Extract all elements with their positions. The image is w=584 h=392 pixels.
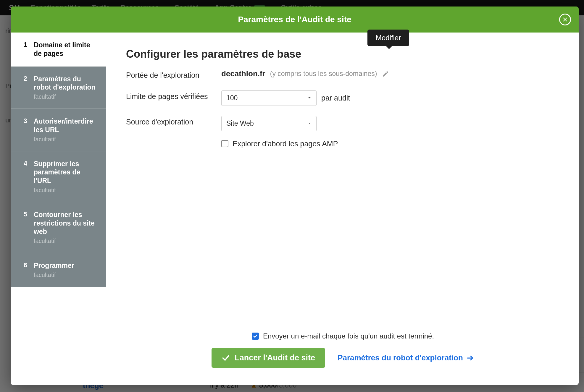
edit-scope-button[interactable] xyxy=(382,70,389,77)
step-schedule[interactable]: 6 Programmer facultatif xyxy=(11,253,106,287)
edit-tooltip: Modifier xyxy=(367,30,409,46)
limit-label: Limite de pages vérifiées xyxy=(126,90,221,102)
domain-value: decathlon.fr xyxy=(221,69,265,78)
scope-label: Portée de l'exploration xyxy=(126,69,221,80)
modal-content: Configurer les paramètres de base Modifi… xyxy=(106,33,579,385)
amp-first-row: Explorer d'abord les pages AMP xyxy=(221,140,338,148)
page-limit-select[interactable]: 100 xyxy=(221,90,317,106)
start-audit-button[interactable]: Lancer l'Audit de site xyxy=(212,348,325,368)
scope-note: (y compris tous les sous-domaines) xyxy=(270,70,377,78)
row-crawl-source: Source d'exploration Site Web Explorer d… xyxy=(126,116,560,148)
row-crawl-scope: Portée de l'exploration decathlon.fr (y … xyxy=(126,69,560,80)
modal-footer: Envoyer un e-mail chaque fois qu'un audi… xyxy=(126,332,560,376)
content-heading: Configurer les paramètres de base xyxy=(126,48,560,60)
crawl-source-select[interactable]: Site Web xyxy=(221,116,317,131)
chevron-down-icon xyxy=(307,119,312,127)
limit-suffix: par audit xyxy=(321,94,350,102)
check-icon xyxy=(253,334,258,338)
check-icon xyxy=(222,354,230,362)
close-button[interactable] xyxy=(559,14,571,25)
amp-first-checkbox[interactable] xyxy=(221,140,228,147)
arrow-right-icon xyxy=(467,354,474,362)
site-audit-settings-modal: Paramètres de l'Audit de site 1 Domaine … xyxy=(11,7,579,385)
pencil-icon xyxy=(382,70,389,77)
chevron-down-icon xyxy=(307,94,312,102)
step-crawler-settings[interactable]: 2 Paramètres du robot d'exploration facu… xyxy=(11,67,106,109)
footer-actions: Lancer l'Audit de site Paramètres du rob… xyxy=(212,348,474,368)
email-notify-label: Envoyer un e-mail chaque fois qu'un audi… xyxy=(263,332,434,340)
step-remove-url-params[interactable]: 4 Supprimer les paramètres de l'URL facu… xyxy=(11,151,106,202)
step-allow-disallow-url[interactable]: 3 Autoriser/interdire les URL facultatif xyxy=(11,109,106,151)
crawl-source-value: Site Web xyxy=(226,119,254,127)
crawler-settings-link[interactable]: Paramètres du robot d'exploration xyxy=(338,353,474,362)
close-icon xyxy=(562,17,568,22)
wizard-steps: 1 Domaine et limite de pages 2 Paramètre… xyxy=(11,33,106,385)
source-label: Source d'exploration xyxy=(126,116,221,127)
modal-title: Paramètres de l'Audit de site xyxy=(238,15,351,24)
modal-body: 1 Domaine et limite de pages 2 Paramètre… xyxy=(11,33,579,385)
email-notify-checkbox[interactable] xyxy=(252,333,259,340)
step-domain-limit[interactable]: 1 Domaine et limite de pages xyxy=(11,33,106,67)
amp-first-label: Explorer d'abord les pages AMP xyxy=(233,140,338,148)
email-notify-row: Envoyer un e-mail chaque fois qu'un audi… xyxy=(252,332,434,340)
page-limit-value: 100 xyxy=(226,94,238,102)
modal-header: Paramètres de l'Audit de site xyxy=(11,7,579,33)
row-page-limit: Limite de pages vérifiées 100 par audit xyxy=(126,90,560,106)
step-bypass-restrictions[interactable]: 5 Contourner les restrictions du site we… xyxy=(11,202,106,253)
